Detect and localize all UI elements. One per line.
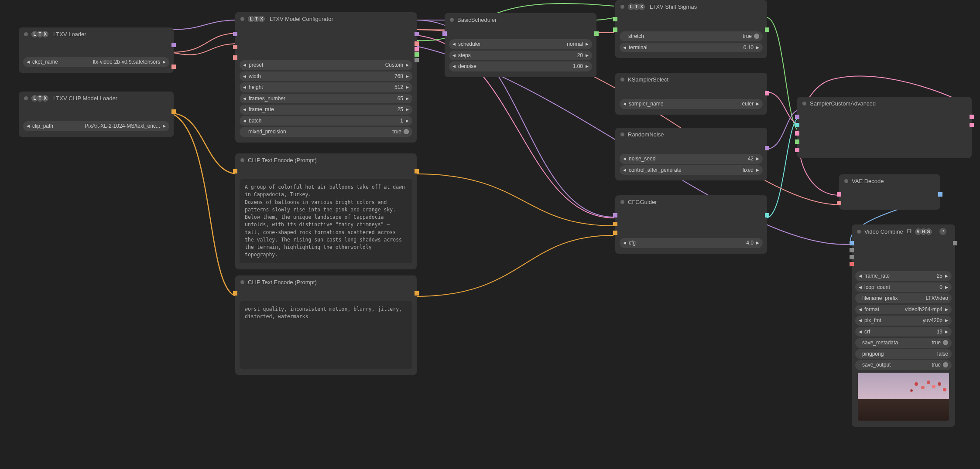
node-header[interactable]: LTX LTXV Shift Sigmas xyxy=(615,0,767,14)
input-port-sigmas[interactable] xyxy=(795,139,799,144)
output-port-noise[interactable] xyxy=(765,146,769,150)
output-port-output[interactable] xyxy=(970,115,974,119)
mixed-precision-field[interactable]: mixed_precisiontrue xyxy=(240,127,412,137)
collapse-dot-icon[interactable] xyxy=(240,17,244,21)
collapse-dot-icon[interactable] xyxy=(240,280,244,284)
output-port-model[interactable] xyxy=(415,32,419,36)
input-port-vae[interactable] xyxy=(850,262,854,266)
input-port-clip[interactable] xyxy=(233,169,237,173)
frame-rate-field[interactable]: ◀frame_rate25▶ xyxy=(855,271,952,281)
steps-field[interactable]: ◀steps20▶ xyxy=(449,51,592,61)
node-header[interactable]: CFGGuider xyxy=(615,195,767,209)
toggle-icon[interactable] xyxy=(404,129,409,134)
frame-rate-field[interactable]: ◀frame_rate25▶ xyxy=(240,105,412,115)
output-port-sigmas[interactable] xyxy=(765,27,769,32)
input-port-vae2[interactable] xyxy=(233,55,237,60)
input-port-noise[interactable] xyxy=(795,115,799,119)
output-port-clip[interactable] xyxy=(171,109,176,114)
input-port-model[interactable] xyxy=(613,213,617,218)
toggle-icon[interactable] xyxy=(943,340,948,345)
collapse-dot-icon[interactable] xyxy=(620,133,624,136)
output-port-sigmas[interactable] xyxy=(415,52,419,57)
pix-fmt-field[interactable]: ◀pix_fmtyuv420p▶ xyxy=(855,316,952,326)
node-header[interactable]: VAE Decode xyxy=(839,174,940,188)
sampler-custom-advanced-node[interactable]: SamplerCustomAdvanced xyxy=(797,97,972,158)
collapse-dot-icon[interactable] xyxy=(620,200,624,204)
collapse-dot-icon[interactable] xyxy=(620,5,624,9)
node-header[interactable]: KSamplerSelect xyxy=(615,73,767,86)
clip-text-encode-negative-node[interactable]: CLIP Text Encode (Prompt) worst quality,… xyxy=(235,275,417,375)
collapse-dot-icon[interactable] xyxy=(620,78,624,82)
loop-count-field[interactable]: ◀loop_count0▶ xyxy=(855,282,952,292)
input-port-negative[interactable] xyxy=(613,231,617,235)
pingpong-field[interactable]: pingpongfalse xyxy=(855,349,952,359)
input-port-sigmas[interactable] xyxy=(613,17,617,21)
help-icon[interactable]: ? xyxy=(939,228,946,235)
input-port-vae[interactable] xyxy=(837,201,841,205)
ltxv-loader-node[interactable]: LTX LTXV Loader ◀ ckpt_name ltx-video-2b… xyxy=(19,27,174,73)
input-port-sigmas2[interactable] xyxy=(613,27,617,32)
output-port-guider[interactable] xyxy=(765,213,769,218)
shift-sigmas-node[interactable]: LTX LTXV Shift Sigmas stretchtrue ◀termi… xyxy=(615,0,767,58)
output-port-filenames[interactable] xyxy=(953,241,957,245)
input-port-model[interactable] xyxy=(442,31,447,36)
node-header[interactable]: BasicScheduler xyxy=(445,13,596,27)
vae-decode-node[interactable]: VAE Decode xyxy=(839,174,940,210)
output-port-conditioning[interactable] xyxy=(415,169,419,173)
input-port-audio[interactable] xyxy=(850,248,854,252)
output-port-image[interactable] xyxy=(938,192,942,197)
output-port-latent[interactable] xyxy=(415,47,419,51)
video-preview[interactable] xyxy=(858,373,949,421)
input-port-latent[interactable] xyxy=(795,148,799,152)
node-header[interactable]: Video Combine 🎞 VHS ? xyxy=(852,224,955,238)
clip-text-encode-positive-node[interactable]: CLIP Text Encode (Prompt) A group of col… xyxy=(235,153,417,269)
node-header[interactable]: LTX LTXV Model Configurator xyxy=(235,12,417,26)
collapse-dot-icon[interactable] xyxy=(844,179,848,183)
clip-path-field[interactable]: ◀ clip_path PixArt-XL-2-1024-MS/text_enc… xyxy=(23,121,169,131)
noise-seed-field[interactable]: ◀noise_seed42▶ xyxy=(620,154,763,164)
node-header[interactable]: LTX LTXV CLIP Model Loader xyxy=(19,92,174,105)
control-after-generate-field[interactable]: ◀control_after_generatefixed▶ xyxy=(620,165,763,175)
output-port-conditioning[interactable] xyxy=(415,291,419,296)
collapse-dot-icon[interactable] xyxy=(450,18,454,22)
collapse-dot-icon[interactable] xyxy=(240,158,244,162)
denoise-field[interactable]: ◀denoise1.00▶ xyxy=(449,61,592,71)
input-port-vae[interactable] xyxy=(233,45,237,49)
output-port-vae[interactable] xyxy=(171,65,176,69)
crf-field[interactable]: ◀crf19▶ xyxy=(855,327,952,337)
output-port-vae[interactable] xyxy=(415,41,419,46)
scheduler-field[interactable]: ◀schedulernormal▶ xyxy=(449,39,592,49)
cfg-guider-node[interactable]: CFGGuider ◀cfg4.0▶ xyxy=(615,195,767,254)
output-port-model[interactable] xyxy=(171,43,176,47)
height-field[interactable]: ◀height512▶ xyxy=(240,82,412,92)
node-header[interactable]: SamplerCustomAdvanced xyxy=(797,97,972,110)
input-port-samples[interactable] xyxy=(837,192,841,197)
input-port-meta[interactable] xyxy=(850,255,854,259)
save-output-field[interactable]: save_outputtrue xyxy=(855,360,952,370)
collapse-dot-icon[interactable] xyxy=(24,96,28,100)
collapse-dot-icon[interactable] xyxy=(802,102,806,105)
toggle-icon[interactable] xyxy=(943,362,948,367)
collapse-dot-icon[interactable] xyxy=(857,230,861,234)
output-port-denoised[interactable] xyxy=(970,123,974,127)
collapse-dot-icon[interactable] xyxy=(24,32,28,36)
video-combine-node[interactable]: Video Combine 🎞 VHS ? ◀frame_rate25▶ ◀lo… xyxy=(852,224,955,427)
arrow-left-icon[interactable]: ◀ xyxy=(27,60,30,64)
output-port-sampler[interactable] xyxy=(765,91,769,95)
input-port-images[interactable] xyxy=(850,241,854,245)
filename-prefix-field[interactable]: filename_prefixLTXVideo xyxy=(855,293,952,303)
frames-number-field[interactable]: ◀frames_number65▶ xyxy=(240,94,412,104)
prompt-textarea[interactable]: worst quality, inconsistent motion, blur… xyxy=(240,301,412,369)
sampler-name-field[interactable]: ◀sampler_nameeuler▶ xyxy=(620,99,763,109)
cfg-field[interactable]: ◀cfg4.0▶ xyxy=(620,238,763,248)
node-header[interactable]: CLIP Text Encode (Prompt) xyxy=(235,153,417,167)
save-metadata-field[interactable]: save_metadatatrue xyxy=(855,338,952,348)
arrow-right-icon[interactable]: ▶ xyxy=(163,60,166,64)
input-port-positive[interactable] xyxy=(613,222,617,226)
format-field[interactable]: ◀formatvideo/h264-mp4▶ xyxy=(855,305,952,315)
output-port-sigmas[interactable] xyxy=(594,31,599,36)
node-header[interactable]: LTX LTXV Loader xyxy=(19,27,174,41)
stretch-field[interactable]: stretchtrue xyxy=(620,31,763,41)
input-port-guider[interactable] xyxy=(795,123,799,127)
toggle-icon[interactable] xyxy=(754,34,759,39)
